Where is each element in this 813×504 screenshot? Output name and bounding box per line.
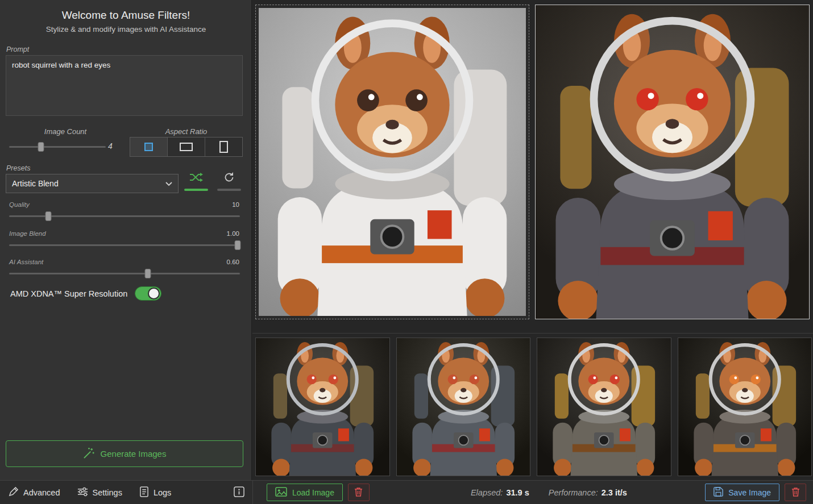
magic-wand-icon <box>83 447 95 461</box>
slider-thumb[interactable] <box>38 142 44 152</box>
info-icon <box>234 486 244 499</box>
save-image-icon <box>714 487 723 498</box>
image-blend-slider[interactable] <box>9 240 240 250</box>
advanced-pencil-icon <box>8 486 19 499</box>
quality-label: Quality <box>9 201 30 208</box>
page-subtitle: Stylize & and modify images with AI Assi… <box>0 25 252 34</box>
load-image-button[interactable]: Load Image <box>267 484 343 501</box>
status-bar: Advanced Settings <box>0 480 813 504</box>
image-workspace <box>252 0 813 480</box>
settings-button[interactable]: Settings <box>77 486 122 499</box>
thumbnail-divider <box>252 333 813 334</box>
super-resolution-label: AMD XDNA™ Super Resolution <box>10 289 127 298</box>
slider-track <box>9 215 240 217</box>
footer-right: Load Image Elapsed: 31.9 s Performance: <box>252 481 813 504</box>
thumbnail-4[interactable] <box>678 338 812 476</box>
image-blend-value: 1.00 <box>227 230 239 237</box>
prompt-input[interactable]: robot squirrel with a red eyes <box>6 55 243 116</box>
elapsed-label: Elapsed: <box>471 488 503 497</box>
info-button[interactable] <box>234 486 244 499</box>
slider-track <box>9 244 240 246</box>
thumbnail-1[interactable] <box>255 338 390 476</box>
sidebar: Welcome to Amuse Filters! Stylize & and … <box>0 0 252 480</box>
presets-select[interactable]: Artistic Blend <box>6 174 179 193</box>
output-image[interactable] <box>536 5 809 319</box>
footer-left: Advanced Settings <box>0 481 252 504</box>
clear-input-button[interactable] <box>348 484 370 501</box>
slider-thumb[interactable] <box>45 211 52 221</box>
logs-button[interactable]: Logs <box>139 486 171 499</box>
thumbnail-2[interactable] <box>396 338 531 476</box>
image-count-label: Image Count <box>11 127 119 136</box>
trash-icon <box>354 487 363 498</box>
output-image-panel <box>535 5 810 319</box>
load-image-icon <box>275 487 287 498</box>
super-resolution-toggle[interactable] <box>135 286 161 301</box>
prompt-label: Prompt <box>6 45 29 53</box>
portrait-aspect-icon <box>219 141 228 153</box>
shuffle-icon <box>189 173 203 184</box>
generate-images-button[interactable]: Generate Images <box>6 440 243 467</box>
shuffle-button[interactable] <box>184 169 208 187</box>
amuse-filters-app: Welcome to Amuse Filters! Stylize & and … <box>0 0 813 504</box>
slider-thumb[interactable] <box>234 240 240 250</box>
ai-assistant-value: 0.60 <box>227 259 239 265</box>
slider-thumb[interactable] <box>144 269 151 278</box>
advanced-button[interactable]: Advanced <box>8 486 60 499</box>
logs-label: Logs <box>154 488 171 497</box>
performance-label: Performance: <box>549 488 598 497</box>
image-blend-label: Image Blend <box>9 230 46 237</box>
shuffle-active-indicator <box>184 189 208 191</box>
performance-stat: Performance: 2.3 it/s <box>549 488 627 497</box>
refresh-indicator <box>217 189 241 191</box>
refresh-button[interactable] <box>217 169 241 187</box>
advanced-label: Advanced <box>23 488 60 497</box>
refresh-icon <box>223 172 235 185</box>
chevron-down-icon <box>165 178 172 189</box>
save-image-label: Save Image <box>728 488 771 497</box>
slider-track <box>9 273 240 274</box>
super-resolution-row: AMD XDNA™ Super Resolution <box>10 286 161 301</box>
thumbnail-3[interactable] <box>537 338 671 476</box>
elapsed-stat: Elapsed: 31.9 s <box>471 488 529 497</box>
quality-slider[interactable] <box>9 211 240 221</box>
input-image-dropzone[interactable] <box>255 5 529 319</box>
clear-output-button[interactable] <box>785 484 806 501</box>
trash-icon <box>791 487 800 498</box>
performance-value: 2.3 it/s <box>602 488 627 497</box>
square-aspect-icon <box>144 143 153 151</box>
generate-images-label: Generate Images <box>101 449 167 459</box>
save-image-button[interactable]: Save Image <box>705 484 779 501</box>
input-image[interactable] <box>259 8 526 316</box>
page-title: Welcome to Amuse Filters! <box>0 9 252 22</box>
landscape-aspect-icon <box>180 143 193 151</box>
aspect-ratio-group <box>130 137 243 157</box>
ai-assistant-slider[interactable] <box>9 269 240 278</box>
aspect-portrait-button[interactable] <box>205 138 242 156</box>
image-count-slider[interactable] <box>9 142 106 152</box>
slider-track <box>9 146 106 148</box>
settings-sliders-icon <box>77 486 88 499</box>
settings-label: Settings <box>93 488 122 497</box>
aspect-ratio-label: Aspect Ratio <box>130 127 243 136</box>
presets-selected-value: Artistic Blend <box>12 179 59 188</box>
toggle-knob <box>148 288 160 299</box>
image-count-value: 4 <box>108 141 113 151</box>
presets-label: Presets <box>6 164 30 172</box>
logs-document-icon <box>139 486 149 499</box>
aspect-square-button[interactable] <box>130 138 168 156</box>
elapsed-value: 31.9 s <box>506 488 529 497</box>
thumbnail-strip <box>255 338 812 476</box>
aspect-landscape-button[interactable] <box>168 138 205 156</box>
quality-value: 10 <box>232 201 239 208</box>
ai-assistant-label: AI Assistant <box>9 259 43 265</box>
load-image-label: Load Image <box>292 488 334 497</box>
